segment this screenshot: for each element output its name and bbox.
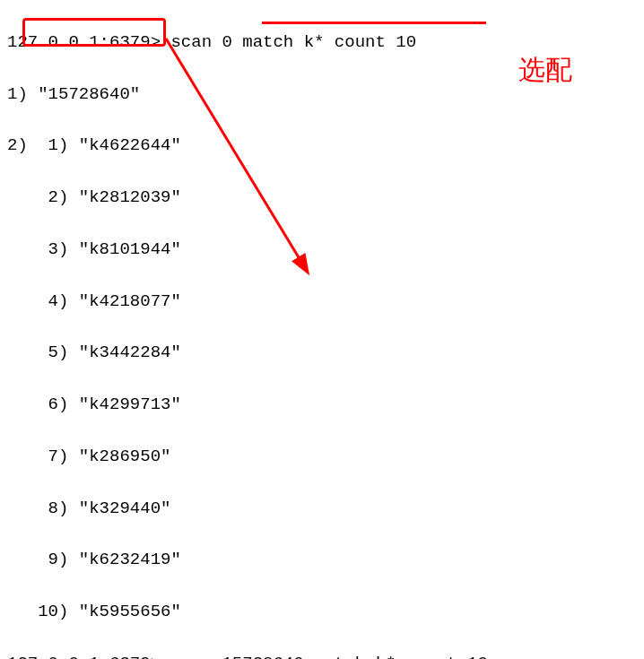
result-list-1-item-2: 2) "k2812039" [7,185,637,211]
prompt-prefix: 127.0.0.1:6379> [7,654,161,659]
cursor-value-1: 15728640 [48,84,130,104]
result-list-1-item-9: 9) "k6232419" [7,547,637,573]
result-list-1-item-10: 10) "k5955656" [7,599,637,625]
result-list-1-item-1: 2) 1) "k4622644" [7,133,637,159]
prompt-line-2: 127.0.0.1:6379> scan 15728640 match k* c… [7,651,637,659]
terminal-output[interactable]: 127.0.0.1:6379> scan 0 match k* count 10… [7,4,637,659]
result-cursor-1: 1) "15728640" [7,82,637,108]
result-list-1-item-3: 3) "k8101944" [7,237,637,263]
prompt-prefix: 127.0.0.1:6379> [7,32,161,52]
result-list-1-item-8: 8) "k329440" [7,496,637,522]
result-list-1-item-5: 5) "k3442284" [7,340,637,366]
command-text: scan 15728640 match k* count 10 [170,654,487,659]
result-list-1-item-4: 4) "k4218077" [7,289,637,315]
command-text: scan 0 match k* count 10 [170,32,416,52]
prompt-line-1: 127.0.0.1:6379> scan 0 match k* count 10 [7,30,637,56]
result-list-1-item-7: 7) "k286950" [7,444,637,470]
result-list-1-item-6: 6) "k4299713" [7,392,637,418]
